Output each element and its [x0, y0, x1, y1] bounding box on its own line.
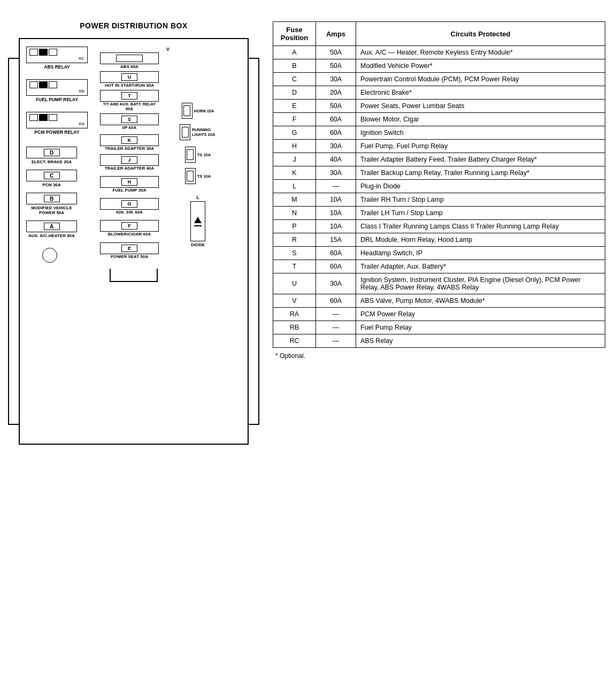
pcm-30a-label: PCM 30A: [26, 182, 77, 187]
amps-cell: 60A: [316, 247, 356, 260]
blower-cigar-section: F BLOWER/CIGAR 60A: [100, 220, 175, 237]
modified-vehicle-label: MODIFIED VEHICLE POWER 50A: [26, 205, 77, 215]
col-fuse-position: Fuse Position: [273, 22, 316, 46]
table-row: RB—Fuel Pump Relay: [273, 321, 605, 334]
circuits-cell: Aux. A/C — Heater, Remote Keyless Entry …: [356, 46, 605, 59]
diode-section: L DIODE: [190, 195, 205, 247]
abs-relay-group: RC ABS RELAY: [26, 47, 96, 70]
hot-in-start-label: HOT IN START/RUN 30A: [100, 83, 159, 88]
fuse-position-cell: L: [273, 180, 316, 193]
fuse-position-cell: K: [273, 166, 316, 180]
trailer-adapter-30a-label: TRAILER ADAPTER 30A: [100, 146, 159, 151]
circuits-cell: Ignition Switch: [356, 126, 605, 140]
circuits-cell: Trailer RH Turn / Stop Lamp: [356, 193, 605, 207]
fuse-position-cell: F: [273, 113, 316, 126]
amps-cell: 60A: [316, 260, 356, 273]
table-row: D20AElectronic Brake*: [273, 86, 605, 100]
fuse-position-cell: V: [273, 294, 316, 308]
circuits-cell: DRL Module, Horn Relay, Hood Lamp: [356, 233, 605, 247]
circuits-cell: Electronic Brake*: [356, 86, 605, 100]
amps-cell: 20A: [316, 86, 356, 100]
ts-10a-1-label: TS 10A: [197, 153, 211, 157]
table-row: P10AClass I Trailer Running Lamps Class …: [273, 220, 605, 233]
amps-cell: 30A: [316, 73, 356, 86]
fuse-position-cell: T: [273, 260, 316, 273]
amps-cell: 40A: [316, 153, 356, 166]
fuse-position-cell: U: [273, 273, 316, 294]
power-seat-label: POWER SEAT 50A: [100, 254, 159, 259]
amps-cell: 50A: [316, 46, 356, 59]
fuse-position-cell: B: [273, 59, 316, 73]
right-panel: Fuse Position Amps Circuits Protected A5…: [273, 11, 605, 360]
abs-60a-section: V ABS 60A: [100, 47, 175, 69]
fuse-position-cell: RA: [273, 308, 316, 321]
circuits-cell: Modified Vehicle Power*: [356, 59, 605, 73]
table-row: H30AFuel Pump, Fuel Pump Relay: [273, 140, 605, 153]
middle-fuse-column: V ABS 60A U HOT IN START/RUN 30A: [100, 47, 175, 263]
tt-aux-batt-section: T T/T AND AUX. BATT. RELAY 60A: [100, 90, 175, 111]
circuits-cell: Trailer LH Turn / Stop Lamp: [356, 207, 605, 220]
ground-symbol: [42, 248, 57, 263]
circuits-cell: Trailer Adapter Battery Feed, Trailer Ba…: [356, 153, 605, 166]
horn-fuse: HORN 15A: [182, 103, 214, 119]
aux-ac-fuse: A AUX. A/C-HEATER 50A: [26, 220, 96, 238]
circuits-cell: Headlamp Switch, IP: [356, 247, 605, 260]
ts-10a-2-label: TS 10A: [197, 174, 211, 179]
fuse-position-cell: RC: [273, 334, 316, 348]
circuits-cell: ABS Valve, Pump Motor, 4WABS Module*: [356, 294, 605, 308]
abs-relay-label: ABS RELAY: [26, 64, 88, 70]
fuse-position-cell: S: [273, 247, 316, 260]
amps-cell: 60A: [316, 113, 356, 126]
trailer-adapter-40a-label: TRAILER ADAPTER 40A: [100, 166, 159, 171]
trailer-adapter-30a-section: K TRAILER ADAPTER 30A: [100, 134, 175, 151]
pcm-power-relay-label: PCM POWER RELAY: [26, 130, 88, 135]
amps-cell: —: [316, 334, 356, 348]
fuel-pump-30a-label: FUEL PUMP 30A: [100, 188, 159, 193]
circuits-cell: Trailer Adapter, Aux. Battery*: [356, 260, 605, 273]
fuse-position-cell: G: [273, 126, 316, 140]
amps-cell: 50A: [316, 100, 356, 113]
circuits-cell: Powertrain Control Module (PCM), PCM Pow…: [356, 73, 605, 86]
table-row: L—Plug-in Diode: [273, 180, 605, 193]
table-row: B50AModified Vehicle Power*: [273, 59, 605, 73]
amps-cell: —: [316, 180, 356, 193]
right-fuse-column: HORN 15A RUNNING LIGHTS 10A: [179, 47, 217, 247]
abs-60a-label: ABS 60A: [100, 64, 159, 69]
elect-brake-label: ELECT. BRAKE 20A: [26, 159, 77, 164]
table-row: F60ABlower Motor, Cigar: [273, 113, 605, 126]
amps-cell: 10A: [316, 220, 356, 233]
amps-cell: 30A: [316, 166, 356, 180]
table-row: N10ATrailer LH Turn / Stop Lamp: [273, 207, 605, 220]
amps-cell: 60A: [316, 126, 356, 140]
table-row: M10ATrailer RH Turn / Stop Lamp: [273, 193, 605, 207]
amps-cell: —: [316, 321, 356, 334]
circuits-cell: Plug-in Diode: [356, 180, 605, 193]
pdb-title: POWER DISTRIBUTION BOX: [11, 21, 257, 30]
left-relay-column: RC ABS RELAY RB: [26, 47, 96, 263]
aux-ac-label: AUX. A/C-HEATER 50A: [26, 233, 77, 238]
table-note: * Optional.: [273, 352, 605, 360]
fuse-position-cell: M: [273, 193, 316, 207]
running-lights-label: RUNNING LIGHTS 10A: [192, 127, 216, 137]
fuse-position-cell: H: [273, 140, 316, 153]
table-row: RC—ABS Relay: [273, 334, 605, 348]
circuits-cell: Fuel Pump Relay: [356, 321, 605, 334]
circuits-cell: ABS Relay: [356, 334, 605, 348]
table-row: T60ATrailer Adapter, Aux. Battery*: [273, 260, 605, 273]
running-lights-fuse: RUNNING LIGHTS 10A: [180, 124, 216, 140]
fuse-position-cell: J: [273, 153, 316, 166]
amps-cell: 10A: [316, 207, 356, 220]
ip-60a-section: S I/P 60A: [100, 113, 175, 130]
trailer-adapter-40a-section: J TRAILER ADAPTER 40A: [100, 154, 175, 171]
circuits-cell: Blower Motor, Cigar: [356, 113, 605, 126]
table-row: S60AHeadlamp Switch, IP: [273, 247, 605, 260]
elect-brake-fuse: D ELECT. BRAKE 20A: [26, 147, 96, 164]
fuel-pump-relay-group: RB FUEL PUMP RELAY: [26, 79, 96, 102]
amps-cell: 30A: [316, 273, 356, 294]
ts-10a-1-fuse: TS 10A: [185, 147, 211, 163]
left-panel: POWER DISTRIBUTION BOX: [11, 11, 257, 445]
fuse-position-cell: RB: [273, 321, 316, 334]
tt-aux-batt-label: T/T AND AUX. BATT. RELAY 60A: [100, 102, 159, 111]
horn-label: HORN 15A: [194, 109, 214, 113]
amps-cell: 10A: [316, 193, 356, 207]
